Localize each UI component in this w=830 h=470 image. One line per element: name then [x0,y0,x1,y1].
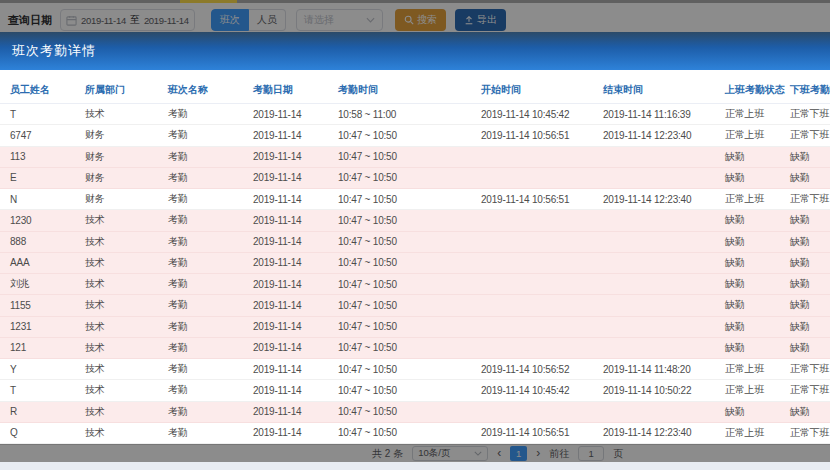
cell-name: T [10,109,85,120]
cell-shift: 考勤 [168,107,253,121]
modal-mask-top [0,0,830,32]
col-header-start-time: 开始时间 [481,83,603,97]
cell-name: 刘兆 [10,277,85,291]
cell-shift: 考勤 [168,150,253,164]
cell-shift: 考勤 [168,128,253,142]
cell-shift: 考勤 [168,426,253,440]
attendance-table: 员工姓名所属部门班次名称考勤日期考勤时间开始时间结束时间上班考勤状态下班考勤状态… [0,70,830,444]
cell-time: 10:47 ~ 10:50 [338,385,481,396]
col-header-shift-name: 班次名称 [168,83,253,97]
cell-dept: 技术 [85,383,168,397]
cell-dept: 技术 [85,277,168,291]
cell-time: 10:58 ~ 11:00 [338,109,481,120]
table-row: N财务考勤2019-11-1410:47 ~ 10:502019-11-14 1… [0,189,830,210]
cell-status_in: 缺勤 [725,171,790,185]
cell-status_out: 缺勤 [790,277,830,291]
cell-shift: 考勤 [168,298,253,312]
cell-name: 113 [10,151,85,162]
cell-date: 2019-11-14 [253,406,338,417]
cell-status_out: 正常下班 [790,128,830,142]
cell-name: N [10,194,85,205]
cell-name: AAA [10,257,85,268]
table-row: 1230技术考勤2019-11-1410:47 ~ 10:50缺勤缺勤 [0,210,830,231]
cell-status_out: 缺勤 [790,320,830,334]
page-title: 班次考勤详情 [12,42,96,60]
table-row: 刘兆技术考勤2019-11-1410:47 ~ 10:50缺勤缺勤 [0,274,830,295]
cell-end: 2019-11-14 12:23:40 [603,194,725,205]
cell-time: 10:47 ~ 10:50 [338,279,481,290]
cell-time: 10:47 ~ 10:50 [338,172,481,183]
table-row: 121技术考勤2019-11-1410:47 ~ 10:50缺勤缺勤 [0,338,830,359]
cell-status_in: 正常上班 [725,192,790,206]
cell-status_out: 正常下班 [790,362,830,376]
cell-status_in: 正常上班 [725,128,790,142]
cell-end: 2019-11-14 12:23:40 [603,130,725,141]
cell-dept: 技术 [85,362,168,376]
cell-dept: 技术 [85,426,168,440]
cell-date: 2019-11-14 [253,321,338,332]
app-window: 查询日期 2019-11-14 至 2019-11-14 班次 人员 请选择 搜… [0,0,830,470]
cell-dept: 技术 [85,213,168,227]
modal-mask-bottom [0,444,830,462]
cell-dept: 技术 [85,320,168,334]
cell-date: 2019-11-14 [253,236,338,247]
cell-date: 2019-11-14 [253,172,338,183]
cell-time: 10:47 ~ 10:50 [338,236,481,247]
cell-date: 2019-11-14 [253,109,338,120]
cell-start: 2019-11-14 10:45:42 [481,385,603,396]
cell-status_out: 缺勤 [790,213,830,227]
table-body: T技术考勤2019-11-1410:58 ~ 11:002019-11-14 1… [0,104,830,444]
cell-name: R [10,406,85,417]
cell-start: 2019-11-14 10:56:51 [481,194,603,205]
cell-status_out: 正常下班 [790,107,830,121]
cell-name: Y [10,364,85,375]
table-row: T技术考勤2019-11-1410:47 ~ 10:502019-11-14 1… [0,380,830,401]
cell-shift: 考勤 [168,341,253,355]
cell-status_in: 缺勤 [725,320,790,334]
col-header-end-time: 结束时间 [603,83,725,97]
col-header-employee-name: 员工姓名 [10,83,85,97]
cell-start: 2019-11-14 10:56:51 [481,130,603,141]
table-row: 1155技术考勤2019-11-1410:47 ~ 10:50缺勤缺勤 [0,295,830,316]
cell-name: T [10,385,85,396]
cell-dept: 技术 [85,235,168,249]
cell-date: 2019-11-14 [253,279,338,290]
table-row: 113财务考勤2019-11-1410:47 ~ 10:50缺勤缺勤 [0,147,830,168]
cell-time: 10:47 ~ 10:50 [338,406,481,417]
cell-start: 2019-11-14 10:45:42 [481,109,603,120]
cell-time: 10:47 ~ 10:50 [338,257,481,268]
cell-status_out: 正常下班 [790,192,830,206]
cell-shift: 考勤 [168,171,253,185]
table-row: R技术考勤2019-11-1410:47 ~ 10:50缺勤缺勤 [0,402,830,423]
cell-end: 2019-11-14 11:16:39 [603,109,725,120]
panel-header: 班次考勤详情 [0,32,830,70]
cell-status_in: 正常上班 [725,107,790,121]
cell-shift: 考勤 [168,213,253,227]
cell-status_in: 缺勤 [725,235,790,249]
cell-dept: 技术 [85,341,168,355]
cell-status_out: 缺勤 [790,405,830,419]
cell-status_out: 正常下班 [790,426,830,440]
table-row: Y技术考勤2019-11-1410:47 ~ 10:502019-11-14 1… [0,359,830,380]
cell-status_out: 缺勤 [790,341,830,355]
table-row: 6747财务考勤2019-11-1410:47 ~ 10:502019-11-1… [0,125,830,146]
cell-date: 2019-11-14 [253,342,338,353]
table-row: 1231技术考勤2019-11-1410:47 ~ 10:50缺勤缺勤 [0,317,830,338]
cell-shift: 考勤 [168,320,253,334]
cell-date: 2019-11-14 [253,300,338,311]
cell-dept: 技术 [85,256,168,270]
cell-date: 2019-11-14 [253,364,338,375]
cell-end: 2019-11-14 10:50:22 [603,385,725,396]
page-background-strip [0,462,830,470]
cell-status_out: 缺勤 [790,298,830,312]
cell-name: 6747 [10,130,85,141]
cell-time: 10:47 ~ 10:50 [338,215,481,226]
cell-time: 10:47 ~ 10:50 [338,130,481,141]
cell-start: 2019-11-14 10:56:51 [481,427,603,438]
cell-time: 10:47 ~ 10:50 [338,342,481,353]
cell-dept: 财务 [85,171,168,185]
cell-name: 1231 [10,321,85,332]
cell-shift: 考勤 [168,256,253,270]
table-row: AAA技术考勤2019-11-1410:47 ~ 10:50缺勤缺勤 [0,253,830,274]
cell-status_in: 正常上班 [725,426,790,440]
